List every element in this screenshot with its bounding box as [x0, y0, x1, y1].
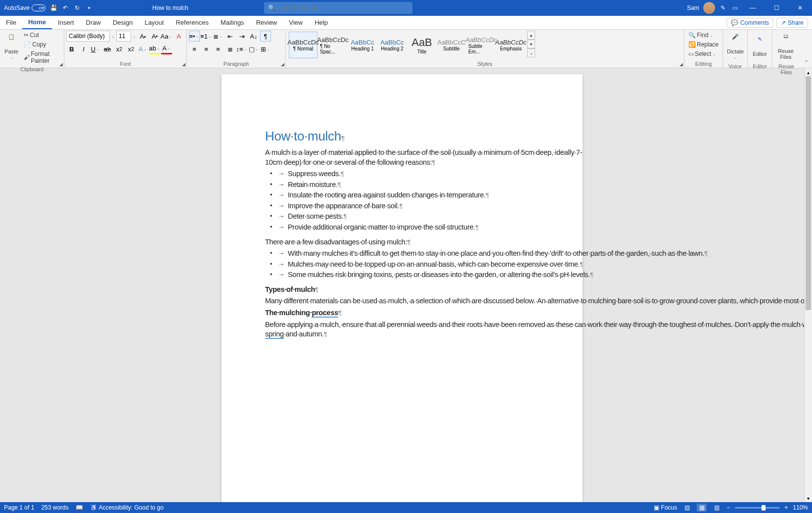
tab-references[interactable]: References — [170, 16, 214, 29]
scroll-down-icon[interactable]: ▾ — [805, 494, 812, 502]
accessibility-status[interactable]: ♿ Accessibility: Good to go — [90, 504, 164, 511]
ribbon-display-icon[interactable]: ▭ — [731, 4, 739, 12]
collapse-ribbon-icon[interactable]: ⌃ — [804, 59, 809, 66]
tab-design[interactable]: Design — [107, 16, 138, 29]
grow-font-button[interactable]: A▴ — [137, 31, 148, 42]
doc-title[interactable]: How·to·mulch — [265, 128, 539, 145]
shrink-font-button[interactable]: A▾ — [149, 31, 160, 42]
strikethrough-button[interactable]: ab — [102, 44, 113, 54]
clear-formatting-button[interactable]: A̶ — [173, 31, 184, 42]
search-input[interactable] — [278, 4, 408, 11]
page-scroll[interactable]: How·to·mulch A·mulch·is·a·layer·of·mater… — [0, 68, 804, 502]
print-layout-icon[interactable]: ▦ — [697, 504, 707, 512]
zoom-out-button[interactable]: − — [726, 504, 730, 511]
align-center-button[interactable]: ≡ — [201, 44, 212, 54]
cut-button[interactable]: ✂Cut — [22, 31, 62, 40]
style-heading1[interactable]: AaBbCcHeading 1 — [348, 32, 377, 58]
style-title[interactable]: AaBTitle — [407, 32, 436, 58]
spell-check-icon[interactable]: 📖 — [76, 504, 83, 511]
list-item[interactable]: Some·mulches·risk·bringing·toxins,·pests… — [279, 270, 539, 280]
list-item[interactable]: Deter·some·pests. — [279, 212, 539, 222]
line-spacing-button[interactable]: ↕≡⌵ — [236, 44, 247, 54]
read-mode-icon[interactable]: ▤ — [682, 504, 692, 512]
font-size-input[interactable] — [116, 31, 131, 42]
doc-heading-process[interactable]: The·mulching·process — [265, 308, 539, 318]
styles-scroll[interactable]: ▴▾⌄ — [527, 31, 535, 57]
customize-qat-icon[interactable]: ▾ — [85, 4, 93, 12]
search-box[interactable]: 🔍 — [264, 2, 412, 14]
doc-paragraph[interactable]: A·mulch·is·a·layer·of·material·applied·t… — [265, 148, 539, 167]
doc-paragraph[interactable]: Many·different·materials·can·be·used·as·… — [265, 296, 539, 306]
comments-button[interactable]: 💬 Comments — [726, 18, 773, 28]
scroll-up-icon[interactable]: ▴ — [805, 68, 812, 76]
tab-home[interactable]: Home — [22, 16, 52, 29]
text-effects-button[interactable]: A⌵ — [137, 44, 148, 54]
doc-list-disadvantages[interactable]: With·many·mulches·it's·difficult·to·get·… — [279, 249, 539, 280]
tab-insert[interactable]: Insert — [52, 16, 80, 29]
align-right-button[interactable]: ≡ — [213, 44, 224, 54]
paragraph-dialog-launcher[interactable]: ◢ — [281, 62, 284, 67]
decrease-indent-button[interactable]: ⇤ — [225, 31, 235, 42]
chevron-down-icon[interactable]: ⌵ — [132, 34, 136, 39]
list-item[interactable]: Insulate·the·rooting·area·against·sudden… — [279, 190, 539, 200]
tab-review[interactable]: Review — [250, 16, 283, 29]
document-title[interactable]: How to mulch ⌵ — [152, 4, 195, 11]
show-hide-button[interactable]: ¶ — [260, 31, 271, 42]
style-emphasis[interactable]: AaBbCcDcEmphasis — [496, 32, 525, 58]
editor-button[interactable]: ✎Editor — [750, 31, 770, 62]
zoom-level[interactable]: 110% — [793, 504, 808, 511]
paste-button[interactable]: 📋 Paste⌵ — [2, 31, 21, 62]
tab-mailings[interactable]: Mailings — [215, 16, 250, 29]
doc-heading-types[interactable]: Types·of·mulch — [265, 285, 539, 295]
style-subtitle[interactable]: AaBbCcCSubtitle — [437, 32, 466, 58]
tab-file[interactable]: File — [0, 16, 22, 29]
web-layout-icon[interactable]: ▥ — [712, 504, 722, 512]
italic-button[interactable]: I — [78, 44, 89, 54]
undo-icon[interactable]: ↶ — [61, 4, 69, 12]
numbering-button[interactable]: ≡1⌵ — [201, 31, 212, 42]
style-normal[interactable]: AaBbCcDc¶ Normal — [289, 32, 317, 58]
font-name-input[interactable] — [66, 31, 110, 42]
tab-view[interactable]: View — [283, 16, 309, 29]
reuse-files-button[interactable]: 🗂Reuse Files — [774, 31, 797, 62]
style-heading2[interactable]: AaBbCcHeading 2 — [378, 32, 406, 58]
align-left-button[interactable]: ≡ — [189, 44, 200, 54]
list-item[interactable]: Suppress·weeds. — [279, 169, 539, 179]
select-button[interactable]: ▭Select⌵ — [686, 49, 719, 58]
format-painter-button[interactable]: 🖌Format Painter — [22, 49, 62, 65]
superscript-button[interactable]: x2 — [126, 44, 136, 54]
find-button[interactable]: 🔍Find⌵ — [686, 31, 716, 40]
doc-list-advantages[interactable]: Suppress·weeds. Retain·moisture. Insulat… — [279, 169, 539, 232]
increase-indent-button[interactable]: ⇥ — [236, 31, 247, 42]
underline-button[interactable]: U⌵ — [90, 44, 101, 54]
doc-paragraph[interactable]: Before·applying·a·mulch,·ensure·that·all… — [265, 320, 539, 339]
maximize-button[interactable]: ☐ — [767, 0, 786, 16]
list-item[interactable]: Improve·the·appearance·of·bare·soil. — [279, 201, 539, 211]
doc-paragraph[interactable]: There·are·a·few·disadvantages·of·using·m… — [265, 237, 539, 247]
shading-button[interactable]: ▢⌵ — [248, 44, 259, 54]
copy-button[interactable]: 📄Copy — [22, 40, 62, 49]
borders-button[interactable]: ⊞⌵ — [260, 44, 271, 54]
coming-soon-icon[interactable]: ✎ — [719, 4, 727, 12]
sort-button[interactable]: A↓ — [248, 31, 259, 42]
tab-layout[interactable]: Layout — [138, 16, 170, 29]
list-item[interactable]: Mulches·may·need·to·be·topped·up·on·an·a… — [279, 260, 539, 270]
save-icon[interactable]: 💾 — [49, 4, 57, 12]
style-subtle-emphasis[interactable]: AaBbCcDcSubtle Em... — [467, 32, 496, 58]
font-dialog-launcher[interactable]: ◢ — [182, 62, 185, 67]
minimize-button[interactable]: — — [743, 0, 763, 16]
scroll-thumb[interactable] — [806, 76, 811, 310]
close-button[interactable]: ✕ — [790, 0, 810, 16]
tab-help[interactable]: Help — [309, 16, 334, 29]
clipboard-dialog-launcher[interactable]: ◢ — [59, 62, 63, 67]
user-avatar[interactable] — [703, 2, 715, 14]
justify-button[interactable]: ≣ — [225, 44, 235, 54]
list-item[interactable]: Provide·additional·organic·matter·to·imp… — [279, 223, 539, 233]
multilevel-button[interactable]: ≣⌵ — [213, 31, 224, 42]
dictate-button[interactable]: 🎤Dictate⌵ — [725, 31, 746, 62]
subscript-button[interactable]: x2 — [114, 44, 125, 54]
bullets-button[interactable]: ≡•⌵ — [189, 31, 200, 42]
page[interactable]: How·to·mulch A·mulch·is·a·layer·of·mater… — [222, 74, 583, 502]
zoom-slider[interactable] — [735, 507, 779, 509]
style-no-spacing[interactable]: AaBbCcDc¶ No Spac... — [318, 32, 347, 58]
